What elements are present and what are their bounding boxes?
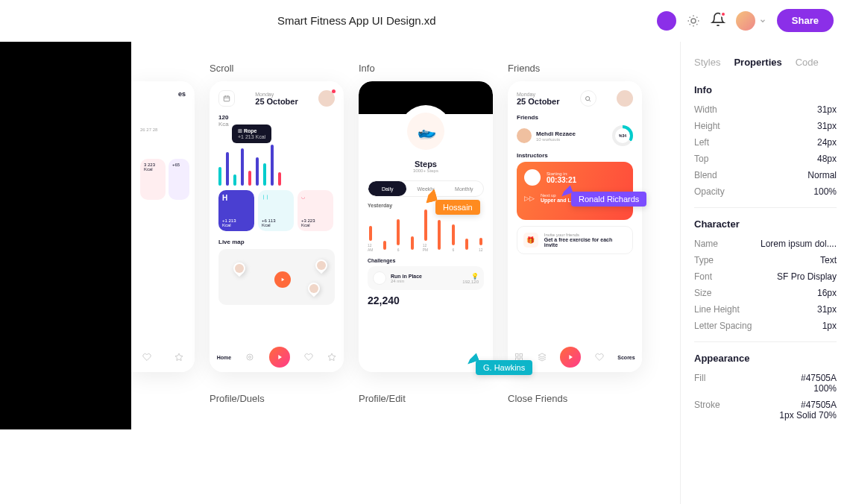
artboard-scroll[interactable]: Monday 25 October ⊞ Rope +1 213 Kcal 12: [210, 81, 344, 372]
nav-home[interactable]: Home: [217, 355, 231, 360]
tooltip: ⊞ Rope +1 213 Kcal: [232, 125, 271, 143]
play-button[interactable]: [274, 271, 291, 288]
cursor-hawkins: G. Hawkins: [476, 360, 532, 375]
artboard-info[interactable]: 👟 Steps 3000+ Steps Daily Weekly Monthly…: [359, 81, 493, 372]
prop-row: TypeText: [694, 255, 837, 265]
nav-scores[interactable]: Scores: [617, 355, 635, 360]
svg-point-4: [586, 96, 590, 100]
artboard-label: Profile/Duels: [210, 393, 344, 404]
kcal-cards: H+1 213Kcal ❘❘+6 113Kcal ◡+3 223Kcal ✦+6…: [218, 190, 335, 231]
layers-icon[interactable]: [538, 353, 547, 362]
prop-row: NameLorem ipsum dol....: [694, 239, 837, 249]
prop-row: Height31px: [694, 121, 837, 131]
live-map-title: Live map: [218, 239, 335, 245]
live-map[interactable]: [218, 249, 335, 305]
tab-properties[interactable]: Properties: [734, 57, 781, 68]
tab-code[interactable]: Code: [796, 57, 819, 68]
prop-row: Stroke #47505A1px Solid 70%: [694, 400, 837, 420]
nav-play-button[interactable]: [560, 347, 581, 368]
prop-row: Left24px: [694, 137, 837, 148]
prop-row: Top48px: [694, 154, 837, 164]
cursor-ronald: Ronald Richards: [571, 192, 646, 207]
panel-tabs: Styles Properties Code: [694, 57, 837, 68]
notifications-button[interactable]: [711, 12, 725, 29]
left-panel: [0, 42, 131, 429]
dates-fragment: 26 27 28: [140, 127, 186, 132]
section-info-title: Info: [694, 84, 837, 95]
nav-play-button[interactable]: [269, 347, 290, 368]
artboard-label: Scroll: [210, 63, 344, 74]
artboard-label: Info: [359, 63, 493, 74]
svg-point-2: [247, 354, 253, 360]
tab-styles[interactable]: Styles: [694, 57, 720, 68]
prop-row: Line Height31px: [694, 304, 837, 315]
canvas[interactable]: es 26 27 28 3 223Kcal +65: [131, 42, 680, 504]
challenge-icon: [373, 271, 386, 285]
svg-point-0: [691, 19, 696, 23]
prop-row: Fill #47505A100%: [694, 373, 837, 394]
svg-rect-5: [516, 354, 519, 357]
search-icon[interactable]: [580, 90, 596, 107]
calendar-icon[interactable]: [218, 90, 235, 107]
svg-rect-6: [520, 354, 523, 357]
star-icon[interactable]: [174, 353, 183, 362]
prop-row: Size16px: [694, 288, 837, 298]
artboard[interactable]: es 26 27 28 3 223Kcal +65: [131, 81, 195, 372]
document-title: Smart Fitness App UI Design.xd: [277, 14, 436, 27]
weekday: Monday: [255, 92, 298, 97]
heart-icon[interactable]: [142, 353, 151, 362]
prop-row: Letter Spacing1px: [694, 321, 837, 331]
big-number: 22,240: [368, 294, 484, 306]
notification-dot: [720, 11, 726, 17]
svg-point-3: [249, 356, 251, 359]
steps-chart: 12 AM 6 12 PM 6 12: [359, 211, 493, 252]
heart-icon[interactable]: [595, 353, 604, 362]
heading-fragment: es: [140, 90, 186, 98]
shoe-icon: 👟: [414, 119, 438, 142]
artboard-label: [131, 63, 195, 74]
theme-toggle-icon[interactable]: [687, 14, 700, 28]
avatar[interactable]: [617, 90, 633, 107]
steps-title: Steps: [359, 160, 493, 168]
artboard-label: Profile/Edit: [359, 393, 493, 404]
cursor-hossain: Hossain: [435, 200, 480, 215]
challenge-card[interactable]: Run in Place 24 min 💡 192,120: [368, 266, 484, 290]
artboard-label: Close Friends: [508, 393, 642, 404]
chevron-down-icon: [759, 17, 766, 25]
challenges-title: Challenges: [368, 258, 484, 263]
user-avatar: [736, 11, 755, 31]
star-icon[interactable]: [327, 353, 336, 362]
nav-bar: Home: [210, 342, 344, 372]
prop-row: BlendNormal: [694, 170, 837, 180]
gift-icon: 🎁: [523, 233, 538, 248]
section-char-title: Character: [694, 218, 837, 230]
invite-card[interactable]: 🎁 Invite your friends Get a free exercis…: [517, 226, 633, 254]
progress-ring: %34: [612, 125, 633, 146]
section-app-title: Appearance: [694, 353, 837, 364]
avatar[interactable]: [318, 90, 335, 107]
instructors-title: Instructors: [517, 152, 633, 159]
mini-chart: [218, 141, 335, 186]
user-menu[interactable]: [736, 11, 766, 31]
share-button[interactable]: Share: [777, 9, 834, 32]
date: 25 October: [255, 97, 298, 106]
properties-panel: Styles Properties Code Info Width31pxHei…: [680, 42, 850, 504]
instructor-card[interactable]: Starting in: 00:33:21 ▷▷ Next up U: [517, 162, 633, 220]
steps-sub: 3000+ Steps: [359, 168, 493, 173]
artboard-label: Friends: [508, 63, 642, 74]
prop-row: Width31px: [694, 104, 837, 115]
prop-row: FontSF Pro Display: [694, 271, 837, 282]
theme-color-dot[interactable]: [657, 11, 676, 31]
top-bar: Smart Fitness App UI Design.xd Share: [0, 0, 850, 42]
friend-row[interactable]: Mehdi Rezaee 10 workouts %34: [517, 125, 633, 146]
artboard-friends[interactable]: Monday 25 October Friends: [508, 81, 642, 372]
friends-title: Friends: [517, 114, 633, 121]
prop-row: Opacity100%: [694, 186, 837, 197]
svg-rect-1: [224, 96, 230, 101]
location-icon[interactable]: [245, 353, 254, 362]
heart-icon[interactable]: [304, 353, 313, 362]
